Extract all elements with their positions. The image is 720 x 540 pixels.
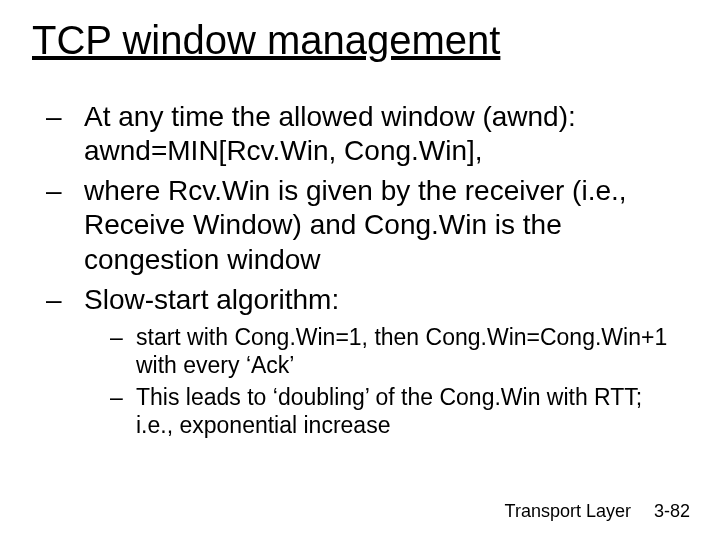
sub-bullet-list: start with Cong.Win=1, then Cong.Win=Con… xyxy=(84,323,680,439)
slide: TCP window management At any time the al… xyxy=(0,0,720,540)
slide-title: TCP window management xyxy=(32,18,500,62)
slide-body: At any time the allowed window (awnd): a… xyxy=(40,100,680,445)
footer-page-number: 3-82 xyxy=(654,501,690,521)
bullet-text: At any time the allowed window (awnd): a… xyxy=(84,101,576,166)
bullet-item: where Rcv.Win is given by the receiver (… xyxy=(40,174,680,276)
footer-chapter: Transport Layer xyxy=(505,501,631,521)
bullet-text: Slow-start algorithm: xyxy=(84,284,339,315)
sub-bullet-text: start with Cong.Win=1, then Cong.Win=Con… xyxy=(136,324,667,378)
slide-footer: Transport Layer 3-82 xyxy=(505,501,690,522)
sub-bullet-text: This leads to ‘doubling’ of the Cong.Win… xyxy=(136,384,642,438)
sub-bullet-item: This leads to ‘doubling’ of the Cong.Win… xyxy=(84,383,680,439)
bullet-item: Slow-start algorithm: start with Cong.Wi… xyxy=(40,283,680,439)
bullet-item: At any time the allowed window (awnd): a… xyxy=(40,100,680,168)
sub-bullet-item: start with Cong.Win=1, then Cong.Win=Con… xyxy=(84,323,680,379)
bullet-text: where Rcv.Win is given by the receiver (… xyxy=(84,175,627,274)
bullet-list: At any time the allowed window (awnd): a… xyxy=(40,100,680,439)
